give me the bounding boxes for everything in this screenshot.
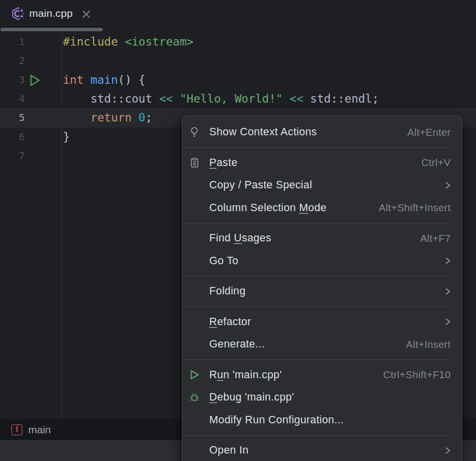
menu-item-find-usages[interactable]: Find UsagesAlt+F7 bbox=[182, 227, 462, 250]
menu-item-go-to[interactable]: Go To bbox=[182, 250, 462, 273]
menu-item-shortcut: Alt+F7 bbox=[420, 232, 451, 244]
menu-item-label: Generate... bbox=[209, 338, 265, 350]
menu-item-label: Show Context Actions bbox=[209, 126, 317, 138]
gutter: 6 bbox=[0, 127, 61, 146]
tab-label: main.cpp bbox=[29, 7, 73, 19]
line-number: 7 bbox=[19, 146, 25, 165]
context-menu: Show Context ActionsAlt+EnterPasteCtrl+V… bbox=[182, 115, 462, 461]
menu-item-shortcut: Alt+Insert bbox=[406, 339, 451, 350]
gutter: 4 bbox=[0, 89, 61, 108]
line-number: 6 bbox=[19, 127, 25, 146]
breadcrumb-label: main bbox=[28, 424, 51, 436]
code-line-4[interactable]: 4 std::cout << "Hello, World!" << std::e… bbox=[0, 89, 476, 108]
menu-item-label: Run 'main.cpp' bbox=[209, 369, 282, 381]
menu-item-label: Refactor bbox=[209, 316, 251, 328]
submenu-arrow-icon bbox=[445, 317, 451, 326]
code-text: return 0; bbox=[61, 108, 152, 127]
function-icon: f bbox=[11, 424, 22, 435]
menu-item-show-context-actions[interactable]: Show Context ActionsAlt+Enter bbox=[182, 121, 462, 144]
code-line-3[interactable]: 3int main() { bbox=[0, 70, 476, 89]
line-number: 5 bbox=[19, 108, 25, 127]
icon-spacer bbox=[189, 339, 200, 350]
menu-item-folding[interactable]: Folding bbox=[182, 280, 462, 303]
code-text: #include <iostream> bbox=[61, 32, 193, 51]
line-number: 2 bbox=[19, 51, 25, 70]
tab-main-cpp[interactable]: main.cpp × bbox=[0, 0, 101, 27]
code-text: int main() { bbox=[61, 70, 145, 89]
menu-item-debug-main-cpp[interactable]: Debug 'main.cpp' bbox=[182, 386, 462, 409]
menu-item-paste[interactable]: PasteCtrl+V bbox=[182, 152, 462, 174]
menu-item-open-in[interactable]: Open In bbox=[182, 439, 462, 461]
icon-spacer bbox=[189, 202, 200, 213]
menu-item-shortcut: Ctrl+Shift+F10 bbox=[383, 369, 451, 381]
menu-item-label: Modify Run Configuration... bbox=[209, 414, 344, 426]
icon-spacer bbox=[189, 414, 200, 425]
code-text: } bbox=[61, 127, 70, 146]
menu-separator bbox=[182, 144, 462, 152]
submenu-arrow-icon bbox=[445, 256, 451, 265]
submenu-arrow-icon bbox=[445, 446, 451, 455]
bulb-icon bbox=[189, 127, 200, 138]
menu-separator bbox=[182, 272, 462, 280]
gutter: 1 bbox=[0, 32, 61, 51]
gutter: 7 bbox=[0, 146, 61, 165]
submenu-arrow-icon bbox=[445, 287, 451, 296]
tab-scrollbar-thumb[interactable] bbox=[0, 28, 103, 31]
icon-spacer bbox=[189, 445, 200, 456]
line-number: 4 bbox=[19, 89, 25, 108]
submenu-arrow-icon bbox=[445, 181, 451, 190]
menu-item-label: Folding bbox=[209, 285, 245, 297]
menu-item-modify-run-configuration[interactable]: Modify Run Configuration... bbox=[182, 409, 462, 432]
menu-item-generate[interactable]: Generate...Alt+Insert bbox=[182, 333, 462, 356]
code-line-1[interactable]: 1#include <iostream> bbox=[0, 32, 476, 51]
code-line-2[interactable]: 2 bbox=[0, 51, 476, 70]
menu-item-shortcut: Alt+Shift+Insert bbox=[379, 202, 451, 214]
menu-item-label: Go To bbox=[209, 255, 238, 267]
menu-item-run-main-cpp[interactable]: Run 'main.cpp'Ctrl+Shift+F10 bbox=[182, 364, 462, 387]
gutter-separator bbox=[61, 31, 62, 419]
menu-item-shortcut: Alt+Enter bbox=[407, 126, 451, 138]
menu-separator bbox=[182, 431, 462, 439]
menu-item-label: Paste bbox=[209, 157, 238, 169]
menu-item-label: Open In bbox=[209, 444, 248, 457]
menu-item-column-selection-mode[interactable]: Column Selection ModeAlt+Shift+Insert bbox=[182, 197, 462, 220]
menu-item-refactor[interactable]: Refactor bbox=[182, 311, 462, 334]
tab-bar: main.cpp × bbox=[0, 0, 476, 27]
gutter: 3 bbox=[0, 70, 61, 89]
code-text: std::cout << "Hello, World!" << std::end… bbox=[61, 89, 379, 108]
line-number: 1 bbox=[19, 32, 25, 51]
cpp-file-icon bbox=[11, 7, 25, 20]
icon-spacer bbox=[189, 180, 200, 191]
menu-separator bbox=[182, 303, 462, 311]
menu-item-label: Copy / Paste Special bbox=[209, 179, 312, 191]
debug-icon bbox=[189, 392, 200, 403]
menu-separator bbox=[182, 219, 462, 227]
gutter: 5 bbox=[0, 108, 61, 127]
menu-item-label: Debug 'main.cpp' bbox=[209, 391, 294, 403]
breadcrumb-item-main[interactable]: f main bbox=[11, 424, 51, 436]
menu-item-label: Column Selection Mode bbox=[209, 202, 327, 214]
icon-spacer bbox=[189, 316, 200, 327]
icon-spacer bbox=[189, 255, 200, 266]
line-number: 3 bbox=[19, 70, 25, 89]
gutter: 2 bbox=[0, 51, 61, 70]
icon-spacer bbox=[189, 233, 200, 244]
menu-item-copy-paste-special[interactable]: Copy / Paste Special bbox=[182, 174, 462, 197]
clipboard-icon bbox=[189, 157, 200, 168]
icon-spacer bbox=[189, 286, 200, 297]
run-icon bbox=[189, 369, 200, 380]
menu-item-shortcut: Ctrl+V bbox=[421, 157, 451, 169]
menu-separator bbox=[182, 356, 462, 364]
tab-close-icon[interactable]: × bbox=[81, 7, 92, 20]
menu-item-label: Find Usages bbox=[209, 232, 271, 244]
